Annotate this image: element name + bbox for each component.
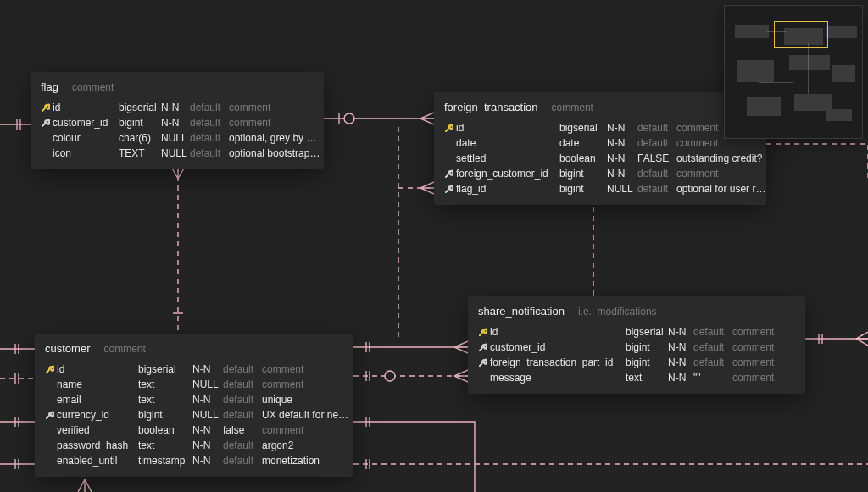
table-foreign-transaction[interactable]: foreign_transaction comment id bigserial… [434, 92, 766, 205]
column-comment: comment [732, 326, 787, 338]
column-comment: comment [732, 341, 787, 353]
column-null: N-N [607, 168, 637, 180]
column-default: default [223, 439, 262, 451]
column-row[interactable]: foreign_transaction_part_id bigint N-N d… [478, 355, 795, 370]
column-default: default [223, 363, 262, 375]
column-row[interactable]: id bigserial N-N default comment [41, 100, 314, 115]
column-row[interactable]: currency_id bigint NULL default UX defau… [45, 407, 343, 423]
column-name: settled [456, 152, 559, 164]
column-row[interactable]: customer_id bigint N-N default comment [41, 115, 314, 130]
column-row[interactable]: colour char(6) NULL default optional, gr… [41, 130, 314, 146]
primary-key-icon [45, 365, 57, 374]
column-default: default [637, 122, 676, 134]
column-default: default [190, 147, 229, 159]
column-row[interactable]: name text NULL default comment [45, 377, 343, 392]
column-default: default [223, 409, 262, 421]
primary-key-icon [444, 124, 456, 133]
column-comment: monetization [262, 455, 355, 467]
column-row[interactable]: date date N-N default comment [444, 135, 756, 151]
column-null: N-N [607, 137, 637, 149]
column-row[interactable]: id bigserial N-N default comment [45, 362, 343, 377]
column-null: N-N [668, 341, 693, 353]
column-name: name [57, 379, 138, 390]
column-name: date [456, 137, 559, 149]
column-null: N-N [607, 152, 637, 164]
column-type: text [138, 439, 192, 451]
primary-key-icon [478, 328, 490, 337]
table-comment: comment [552, 102, 593, 113]
column-comment: optional for user r… [676, 183, 774, 195]
column-type: char(6) [119, 132, 161, 144]
column-default: default [223, 455, 262, 467]
svg-point-2 [344, 113, 354, 124]
column-null: NULL [161, 147, 190, 159]
erd-canvas[interactable]: flag comment id bigserial N-N default co… [0, 0, 868, 492]
column-comment: optional bootstrap … [229, 147, 322, 159]
column-type: bigint [559, 168, 607, 180]
column-name: message [490, 372, 626, 384]
column-comment: argon2 [262, 439, 355, 451]
column-comment: unique [262, 394, 355, 406]
column-null: N-N [192, 363, 223, 375]
column-comment: comment [262, 363, 355, 375]
table-name: share_notification [478, 305, 565, 318]
column-default: default [223, 394, 262, 406]
column-null: N-N [192, 394, 223, 406]
table-flag[interactable]: flag comment id bigserial N-N default co… [31, 72, 324, 169]
column-name: customer_id [53, 117, 119, 129]
table-name: flag [41, 80, 58, 93]
table-name: customer [45, 342, 90, 355]
column-name: currency_id [57, 409, 138, 421]
column-type: bigint [559, 183, 607, 195]
column-row[interactable]: id bigserial N-N default comment [444, 120, 756, 135]
column-null: N-N [161, 117, 190, 129]
primary-key-icon [41, 103, 53, 113]
table-name: foreign_transaction [444, 101, 538, 113]
foreign-key-icon [45, 411, 57, 420]
foreign-key-icon [444, 169, 456, 179]
column-row[interactable]: customer_id bigint N-N default comment [478, 340, 795, 355]
column-type: boolean [559, 152, 607, 164]
column-comment: comment [676, 168, 774, 180]
minimap-viewport[interactable] [774, 21, 828, 48]
column-type: boolean [138, 424, 192, 436]
table-body: id bigserial N-N default comment name te… [45, 362, 343, 468]
column-row[interactable]: settled boolean N-N FALSE outstanding cr… [444, 151, 756, 166]
column-type: bigserial [138, 363, 192, 375]
column-comment: comment [262, 379, 355, 390]
column-null: NULL [161, 132, 190, 144]
column-type: text [138, 379, 192, 390]
column-name: customer_id [490, 341, 626, 353]
table-body: id bigserial N-N default comment custome… [41, 100, 314, 161]
column-type: timestamp [138, 455, 192, 467]
minimap[interactable] [724, 5, 863, 139]
column-row[interactable]: email text N-N default unique [45, 392, 343, 407]
column-null: NULL [192, 379, 223, 390]
column-null: N-N [192, 455, 223, 467]
column-row[interactable]: verified boolean N-N false comment [45, 423, 343, 438]
column-row[interactable]: icon TEXT NULL default optional bootstra… [41, 146, 314, 161]
column-default: default [693, 326, 732, 338]
column-type: text [626, 372, 668, 384]
column-default: default [693, 341, 732, 353]
column-name: id [53, 102, 119, 113]
column-name: icon [53, 147, 119, 159]
column-name: foreign_transaction_part_id [490, 357, 626, 368]
column-type: bigint [119, 117, 161, 129]
column-null: N-N [668, 372, 693, 384]
column-row[interactable]: foreign_customer_id bigint N-N default c… [444, 166, 756, 181]
column-row[interactable]: enabled_until timestamp N-N default mone… [45, 453, 343, 468]
column-comment: comment [229, 117, 322, 129]
column-default: default [190, 132, 229, 144]
foreign-key-icon [444, 185, 456, 194]
table-customer[interactable]: customer comment id bigserial N-N defaul… [35, 334, 353, 477]
column-null: N-N [607, 122, 637, 134]
foreign-key-icon [41, 119, 53, 128]
column-row[interactable]: id bigserial N-N default comment [478, 324, 795, 340]
column-row[interactable]: message text N-N "" comment [478, 370, 795, 385]
column-row[interactable]: flag_id bigint NULL default optional for… [444, 181, 756, 196]
table-share-notification[interactable]: share_notification i.e.: modifications i… [468, 296, 805, 394]
column-type: text [138, 394, 192, 406]
column-name: enabled_until [57, 455, 138, 467]
column-row[interactable]: password_hash text N-N default argon2 [45, 438, 343, 453]
